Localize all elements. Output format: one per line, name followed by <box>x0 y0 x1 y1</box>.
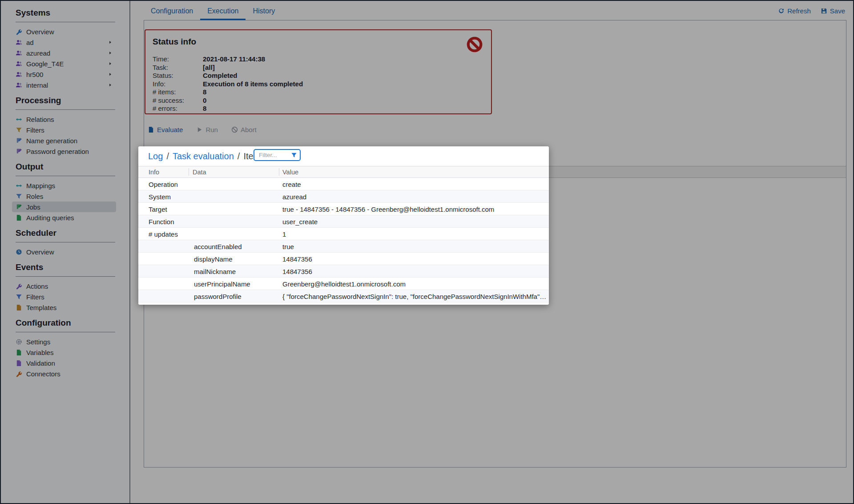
cell-info: Target <box>149 206 167 213</box>
task-evaluation-link[interactable]: Task evaluation <box>173 151 234 161</box>
cell-value: create <box>282 181 547 188</box>
cell-info: System <box>149 193 171 201</box>
cell-data: displayName <box>194 255 233 263</box>
table-row[interactable]: mailNickname14847356 <box>138 265 549 278</box>
table-header: Info Data Value <box>138 166 549 178</box>
cell-info: Function <box>149 218 174 226</box>
filter-funnel-icon <box>291 152 297 158</box>
table-row[interactable]: accountEnabledtrue <box>138 240 549 253</box>
item-data-spotlight-panel: Log / Task evaluation / Item data Info D… <box>138 146 549 305</box>
column-divider <box>279 168 279 176</box>
table-row[interactable]: Operationcreate <box>138 178 549 190</box>
log-link[interactable]: Log <box>148 151 163 161</box>
cell-data: userPrincipalName <box>194 280 250 288</box>
cell-data: mailNickname <box>194 268 236 275</box>
column-header-info: Info <box>149 169 159 176</box>
cell-value: 1 <box>282 230 547 238</box>
column-divider <box>189 168 189 176</box>
column-header-data: Data <box>193 169 206 176</box>
item-data-table: Info Data Value Operationcreate Systemaz… <box>138 166 549 302</box>
breadcrumb-separator: / <box>166 151 169 161</box>
table-row[interactable]: Systemazuread <box>138 190 549 203</box>
filter-input[interactable] <box>258 151 291 159</box>
cell-value: user_create <box>282 218 547 226</box>
app-window: Systems Overview ad azuread Google_T4E h… <box>0 0 854 504</box>
cell-value: azuread <box>282 193 547 201</box>
table-row[interactable]: passwordProfile{ "forceChangePasswordNex… <box>138 290 549 302</box>
table-body: Operationcreate Systemazuread Targettrue… <box>138 178 549 302</box>
cell-value: 14847356 <box>282 268 547 275</box>
cell-value: true - 14847356 - 14847356 - Greenberg@h… <box>282 206 547 213</box>
cell-value: true <box>282 243 547 250</box>
table-row[interactable]: userPrincipalNameGreenberg@helloidtest1.… <box>138 278 549 290</box>
cell-value: 14847356 <box>282 255 547 263</box>
cell-info: Operation <box>149 181 178 188</box>
cell-value: Greenberg@helloidtest1.onmicrosoft.com <box>282 280 547 288</box>
table-row[interactable]: Functionuser_create <box>138 215 549 228</box>
cell-value: { "forceChangePasswordNextSignIn": true,… <box>282 293 547 300</box>
cell-data: accountEnabled <box>194 243 242 250</box>
table-row[interactable]: displayName14847356 <box>138 253 549 265</box>
cell-info: # updates <box>149 230 178 238</box>
column-header-value: Value <box>282 169 298 176</box>
table-row[interactable]: # updates1 <box>138 228 549 240</box>
filter-field <box>254 149 301 161</box>
table-row[interactable]: Targettrue - 14847356 - 14847356 - Green… <box>138 203 549 215</box>
breadcrumb-separator: / <box>238 151 240 161</box>
cell-data: passwordProfile <box>194 293 242 300</box>
